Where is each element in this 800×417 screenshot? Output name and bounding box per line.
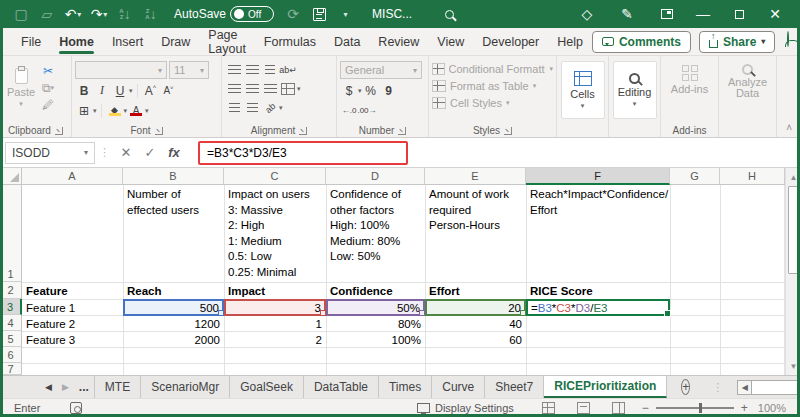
col-header-d[interactable]: D xyxy=(326,168,425,185)
number-dialog-launcher[interactable] xyxy=(398,127,406,135)
name-box[interactable]: ISODD ▾ xyxy=(5,142,95,164)
currency-icon[interactable]: $ xyxy=(340,82,358,99)
search-icon[interactable] xyxy=(436,0,462,28)
comments-button[interactable]: Comments xyxy=(592,31,691,53)
comma-style-icon[interactable]: 9 xyxy=(380,82,398,99)
row-header-7[interactable]: 7 xyxy=(0,363,22,375)
sort-descending-icon[interactable]: ZA↓ xyxy=(138,0,164,28)
format-painter-icon[interactable]: 🖉 xyxy=(39,96,57,113)
cancel-entry-icon[interactable]: ✕ xyxy=(114,142,138,164)
people-icon[interactable] xyxy=(787,32,789,46)
formula-input[interactable]: =B3*C3*D3/E3 xyxy=(207,146,287,160)
col-header-f[interactable]: F xyxy=(526,168,670,185)
cell-c5[interactable]: 2 xyxy=(224,332,326,350)
font-dialog-launcher[interactable] xyxy=(155,127,163,135)
sheetbar-splitter[interactable]: ⋮ xyxy=(712,381,723,394)
analyze-data-button[interactable]: Analyze Data xyxy=(722,64,773,99)
sheet-tab-riceprioritization[interactable]: RICEPrioritization xyxy=(544,376,667,398)
col-header-h[interactable]: H xyxy=(720,168,785,185)
ribbon-display-options-icon[interactable] xyxy=(654,0,680,28)
sheet-tab-goalseek[interactable]: GoalSeek xyxy=(230,376,304,398)
save-button[interactable] xyxy=(306,0,332,28)
page-break-view-icon[interactable] xyxy=(612,402,625,414)
align-top-icon[interactable] xyxy=(225,61,243,78)
align-center-icon[interactable] xyxy=(243,80,261,97)
sheet-tab-datatable[interactable]: DataTable xyxy=(304,376,379,398)
font-name-select[interactable]: ▾ xyxy=(75,61,167,79)
styles-dialog-launcher[interactable] xyxy=(504,127,512,135)
cell-c4[interactable]: 1 xyxy=(224,316,326,334)
format-as-table-button[interactable]: Format as Table▾ xyxy=(432,80,553,92)
cell-f3-formula-editing[interactable]: =B3*C3*D3/E3 xyxy=(526,299,670,316)
page-layout-view-icon[interactable] xyxy=(577,402,590,414)
collapse-ribbon-chevron[interactable]: ˄ xyxy=(786,122,792,133)
tab-page-layout[interactable]: Page Layout xyxy=(199,28,255,56)
cell-b1[interactable]: Number of effected users xyxy=(123,186,224,282)
redo-button[interactable]: ↷▾ xyxy=(86,0,112,28)
cells-area[interactable]: Number of effected users Impact on users… xyxy=(22,185,785,375)
wrap-text-icon[interactable]: ab↵ xyxy=(279,61,297,78)
row-header-5[interactable]: 5 xyxy=(0,331,22,347)
confirm-entry-icon[interactable]: ✓ xyxy=(138,142,162,164)
autosave-toggle[interactable]: Off xyxy=(230,6,274,22)
scroll-left-icon[interactable]: ◀ xyxy=(737,380,752,395)
name-box-splitter[interactable]: ⋮ xyxy=(99,146,110,159)
cell-a3[interactable]: Feature 1 xyxy=(22,300,123,318)
sheet-nav-right-icon[interactable]: ▶ xyxy=(57,376,74,398)
increase-decimal-icon[interactable]: ←.0 xyxy=(340,102,358,119)
row-header-4[interactable]: 4 xyxy=(0,315,22,331)
share-button[interactable]: Share ▾ xyxy=(699,31,775,53)
sheet-nav-left-icon[interactable]: ◀ xyxy=(40,376,57,398)
normal-view-icon[interactable] xyxy=(542,402,555,414)
open-file-icon[interactable]: ▱ xyxy=(34,0,60,28)
cell-e2[interactable]: Effort xyxy=(425,283,526,301)
increase-font-icon[interactable]: A˄ xyxy=(142,82,160,99)
row-header-1[interactable]: 1 xyxy=(0,185,22,282)
horizontal-scroll-thumb[interactable] xyxy=(752,380,800,395)
paste-button[interactable]: Paste ▾ xyxy=(3,59,39,113)
decrease-font-icon[interactable]: A˅ xyxy=(160,82,178,99)
tab-help[interactable]: Help xyxy=(548,28,592,56)
cell-f2[interactable]: RICE Score xyxy=(526,283,670,301)
zoom-in-icon[interactable]: + xyxy=(741,401,748,415)
italic-button[interactable]: I xyxy=(93,82,111,99)
close-button[interactable]: ✕ xyxy=(762,0,788,28)
underline-button[interactable]: U xyxy=(111,82,129,99)
cell-b3-reach[interactable]: 500 xyxy=(123,299,224,316)
premium-diamond-icon[interactable]: ◇ xyxy=(574,0,600,28)
select-all-corner[interactable] xyxy=(0,168,22,185)
cell-c1[interactable]: Impact on users 3: Massive 2: High 1: Me… xyxy=(224,186,326,282)
col-header-c[interactable]: C xyxy=(224,168,326,185)
cell-f1[interactable]: Reach*Impact*Confidence/ Effort xyxy=(526,186,670,282)
tab-developer[interactable]: Developer xyxy=(473,28,548,56)
sort-ascending-icon[interactable]: AZ↓ xyxy=(112,0,138,28)
decrease-indent-icon[interactable] xyxy=(225,99,243,116)
orientation-icon[interactable]: ab xyxy=(258,95,283,120)
tab-data[interactable]: Data xyxy=(325,28,369,56)
number-format-select[interactable]: General▾ xyxy=(340,61,422,79)
cell-b5[interactable]: 2000 xyxy=(123,332,224,350)
sheet-tab-mte[interactable]: MTE xyxy=(94,376,141,398)
sheet-overflow-dots[interactable]: ... xyxy=(74,376,94,398)
tab-draw[interactable]: Draw xyxy=(152,28,199,56)
bold-button[interactable]: B xyxy=(75,82,93,99)
undo-button[interactable]: ↶▾ xyxy=(60,0,86,28)
maximize-button[interactable] xyxy=(726,0,752,28)
tab-view[interactable]: View xyxy=(428,28,473,56)
cell-e5[interactable]: 60 xyxy=(425,332,526,350)
zoom-slider-thumb[interactable] xyxy=(699,403,702,413)
insert-function-icon[interactable]: fx xyxy=(162,142,186,164)
tab-file[interactable]: File xyxy=(12,28,50,56)
tab-insert[interactable]: Insert xyxy=(103,28,152,56)
cell-d2[interactable]: Confidence xyxy=(326,283,425,301)
col-header-b[interactable]: B xyxy=(123,168,224,185)
pen-mode-icon[interactable]: ✎ xyxy=(614,0,640,28)
alignment-dialog-launcher[interactable] xyxy=(299,127,307,135)
cell-e4[interactable]: 40 xyxy=(425,316,526,334)
minimize-button[interactable]: — xyxy=(690,0,716,28)
tab-home[interactable]: Home xyxy=(50,28,103,56)
align-right-icon[interactable] xyxy=(261,80,279,97)
copy-icon[interactable]: ⧉▾ xyxy=(39,79,57,96)
borders-icon[interactable]: ⊞ xyxy=(75,102,93,119)
sync-icon[interactable]: ⟳ xyxy=(280,0,306,28)
